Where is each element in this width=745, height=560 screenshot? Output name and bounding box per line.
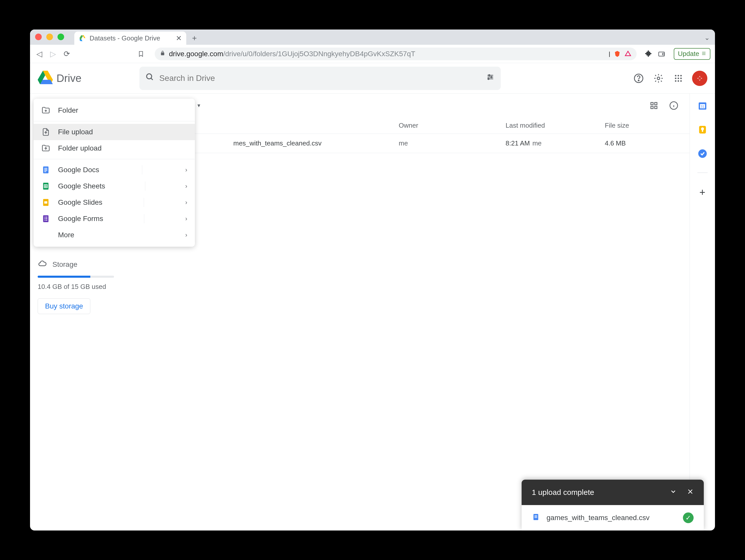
- svg-point-14: [638, 80, 639, 81]
- get-addons-button[interactable]: +: [700, 187, 705, 198]
- search-icon: [145, 73, 154, 84]
- menu-label: File upload: [58, 128, 93, 136]
- chevron-right-icon: ›: [185, 215, 187, 222]
- menu-label: Google Forms: [58, 215, 103, 223]
- file-modified-by: me: [532, 139, 542, 147]
- svg-rect-43: [43, 167, 48, 173]
- menu-item-file-upload[interactable]: File upload: [34, 124, 195, 140]
- menu-item-more[interactable]: More ›: [34, 227, 195, 243]
- support-button[interactable]: [633, 72, 645, 84]
- svg-rect-46: [44, 170, 47, 171]
- svg-point-59: [44, 218, 45, 219]
- sidebar-item-storage[interactable]: Storage: [38, 256, 114, 273]
- svg-point-23: [678, 80, 679, 82]
- svg-point-8: [488, 74, 490, 76]
- keep-addon-icon[interactable]: [698, 125, 708, 135]
- menu-label: Google Docs: [58, 166, 99, 174]
- update-button[interactable]: Update: [674, 48, 710, 60]
- grid-view-button[interactable]: [648, 99, 660, 112]
- search-bar[interactable]: [139, 67, 501, 90]
- file-table-header: Name Owner Last modified File size: [132, 117, 689, 134]
- svg-rect-26: [655, 103, 657, 105]
- menu-item-docs[interactable]: Google Docs ›: [34, 162, 195, 178]
- menu-separator: [144, 198, 144, 207]
- sheets-icon: [41, 182, 51, 191]
- close-window-button[interactable]: [35, 34, 42, 40]
- collapse-toast-button[interactable]: [670, 488, 677, 497]
- address-bar[interactable]: drive.google.com/drive/u/0/folders/1GUjo…: [155, 47, 637, 60]
- column-owner[interactable]: Owner: [399, 121, 506, 130]
- account-avatar[interactable]: [692, 71, 707, 86]
- maximize-window-button[interactable]: [58, 34, 64, 40]
- svg-point-58: [44, 217, 45, 217]
- close-tab-button[interactable]: ✕: [176, 34, 182, 42]
- side-panel-divider: [698, 172, 708, 173]
- browser-tab[interactable]: Datasets - Google Drive ✕: [74, 32, 186, 45]
- close-toast-button[interactable]: [687, 488, 693, 497]
- svg-point-17: [678, 75, 679, 76]
- brave-shields-icon[interactable]: [614, 50, 621, 58]
- svg-point-36: [701, 128, 704, 131]
- extensions-button[interactable]: [644, 49, 653, 59]
- main-content: e › Datasets ▾ Name Owner L: [132, 94, 689, 530]
- forward-button[interactable]: ▷: [48, 49, 58, 59]
- upload-item[interactable]: games_with_teams_cleaned.csv ✓: [522, 505, 704, 530]
- svg-point-60: [44, 220, 45, 220]
- docs-icon: [41, 165, 51, 174]
- svg-point-12: [488, 78, 489, 80]
- brave-rewards-icon[interactable]: [624, 50, 631, 58]
- svg-rect-64: [535, 515, 538, 516]
- tasks-addon-icon[interactable]: [698, 148, 708, 159]
- column-modified[interactable]: Last modified: [506, 121, 605, 130]
- calendar-addon-icon[interactable]: 31: [698, 101, 708, 111]
- url-separator: |: [609, 50, 610, 57]
- svg-point-15: [657, 77, 660, 80]
- svg-rect-56: [45, 218, 47, 219]
- lock-icon: [160, 50, 165, 58]
- new-tab-button[interactable]: +: [189, 33, 199, 43]
- menu-label: Google Slides: [58, 198, 102, 207]
- chevron-right-icon: ›: [185, 183, 187, 190]
- svg-rect-28: [655, 106, 657, 109]
- forms-icon: [41, 214, 51, 223]
- chevron-right-icon: ›: [185, 199, 187, 206]
- url-text: drive.google.com/drive/u/0/folders/1GUjo…: [169, 50, 605, 58]
- svg-rect-65: [535, 516, 538, 517]
- back-button[interactable]: ◁: [35, 49, 44, 59]
- menu-item-forms[interactable]: Google Forms ›: [34, 211, 195, 227]
- cloud-icon: [38, 259, 47, 270]
- svg-rect-57: [45, 220, 47, 221]
- bookmark-icon[interactable]: [136, 49, 145, 59]
- drive-logo[interactable]: Drive: [38, 71, 139, 86]
- minimize-window-button[interactable]: [46, 34, 53, 40]
- menu-item-folder-upload[interactable]: Folder upload: [34, 140, 195, 156]
- file-size: 4.6 MB: [605, 139, 680, 147]
- file-icon: [532, 513, 540, 523]
- apps-button[interactable]: [672, 72, 684, 84]
- menu-item-slides[interactable]: Google Slides ›: [34, 194, 195, 211]
- new-folder-icon: [41, 106, 51, 115]
- column-size[interactable]: File size: [605, 121, 680, 130]
- drive-header: Drive: [30, 63, 715, 94]
- drive-body: Storage 10.4 GB of 15 GB used Buy storag…: [30, 94, 715, 530]
- file-owner: me: [399, 139, 506, 147]
- svg-rect-0: [659, 52, 665, 56]
- reload-button[interactable]: ⟳: [62, 49, 71, 59]
- tabs-dropdown-button[interactable]: ⌄: [704, 34, 710, 42]
- buy-storage-button[interactable]: Buy storage: [38, 298, 90, 314]
- svg-text:31: 31: [701, 105, 704, 108]
- breadcrumb: e › Datasets ▾: [132, 94, 689, 117]
- svg-point-10: [491, 76, 492, 78]
- menu-item-sheets[interactable]: Google Sheets ›: [34, 178, 195, 194]
- svg-rect-44: [44, 168, 47, 169]
- file-modified-time: 8:21 AM: [506, 139, 530, 147]
- file-row[interactable]: mes_with_teams_cleaned.csv me 8:21 AM me…: [132, 134, 689, 153]
- search-options-icon[interactable]: [486, 73, 495, 84]
- settings-button[interactable]: [652, 72, 665, 84]
- svg-point-18: [680, 75, 682, 76]
- search-input[interactable]: [159, 73, 481, 83]
- menu-label: More: [58, 231, 74, 239]
- menu-item-folder[interactable]: Folder: [34, 102, 195, 118]
- details-button[interactable]: [668, 99, 680, 112]
- wallet-button[interactable]: [657, 49, 666, 59]
